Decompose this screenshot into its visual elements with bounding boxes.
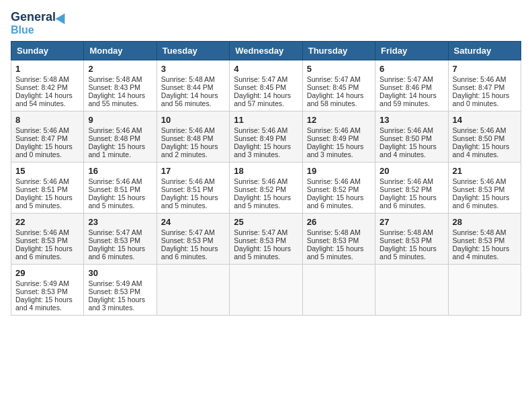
day-number: 22: [15, 217, 79, 227]
day-number: 26: [307, 217, 371, 227]
calendar-cell: 6Sunrise: 5:47 AMSunset: 8:46 PMDaylight…: [375, 60, 448, 111]
day-info: Sunrise: 5:46 AMSunset: 8:52 PMDaylight:…: [307, 177, 364, 210]
day-number: 9: [88, 115, 152, 125]
day-number: 18: [234, 166, 298, 176]
calendar-cell: 16Sunrise: 5:46 AMSunset: 8:51 PMDayligh…: [84, 163, 157, 214]
calendar-cell: 13Sunrise: 5:46 AMSunset: 8:50 PMDayligh…: [375, 111, 448, 163]
day-info: Sunrise: 5:46 AMSunset: 8:48 PMDaylight:…: [88, 126, 145, 158]
calendar-cell: [448, 265, 521, 316]
day-info: Sunrise: 5:48 AMSunset: 8:53 PMDaylight:…: [307, 228, 364, 261]
calendar-week-1: 1Sunrise: 5:48 AMSunset: 8:42 PMDaylight…: [11, 60, 521, 111]
day-info: Sunrise: 5:46 AMSunset: 8:51 PMDaylight:…: [161, 177, 218, 210]
day-info: Sunrise: 5:49 AMSunset: 8:53 PMDaylight:…: [88, 279, 145, 312]
day-number: 6: [380, 64, 443, 74]
calendar-week-2: 8Sunrise: 5:46 AMSunset: 8:47 PMDaylight…: [11, 111, 521, 163]
calendar-week-5: 29Sunrise: 5:49 AMSunset: 8:53 PMDayligh…: [11, 265, 521, 316]
day-number: 16: [88, 166, 152, 176]
day-number: 4: [234, 64, 298, 74]
day-number: 3: [161, 64, 225, 74]
calendar-cell: 28Sunrise: 5:48 AMSunset: 8:53 PMDayligh…: [448, 214, 521, 265]
day-info: Sunrise: 5:47 AMSunset: 8:45 PMDaylight:…: [307, 75, 364, 107]
day-header-friday: Friday: [375, 42, 448, 60]
day-header-tuesday: Tuesday: [157, 42, 229, 60]
calendar-cell: [157, 265, 229, 316]
day-info: Sunrise: 5:46 AMSunset: 8:50 PMDaylight:…: [453, 126, 510, 158]
calendar-cell: 2Sunrise: 5:48 AMSunset: 8:43 PMDaylight…: [84, 60, 157, 111]
day-number: 14: [453, 115, 517, 125]
day-header-monday: Monday: [84, 42, 157, 60]
day-info: Sunrise: 5:46 AMSunset: 8:47 PMDaylight:…: [15, 126, 73, 158]
day-number: 28: [453, 217, 517, 227]
day-info: Sunrise: 5:48 AMSunset: 8:44 PMDaylight:…: [161, 75, 218, 107]
day-number: 23: [88, 217, 152, 227]
day-number: 2: [88, 64, 152, 74]
calendar-cell: 30Sunrise: 5:49 AMSunset: 8:53 PMDayligh…: [84, 265, 157, 316]
day-number: 15: [15, 166, 79, 176]
calendar-cell: 4Sunrise: 5:47 AMSunset: 8:45 PMDaylight…: [230, 60, 302, 111]
day-header-sunday: Sunday: [11, 42, 84, 60]
calendar-cell: 22Sunrise: 5:46 AMSunset: 8:53 PMDayligh…: [11, 214, 84, 265]
day-header-wednesday: Wednesday: [230, 42, 302, 60]
calendar-cell: 11Sunrise: 5:46 AMSunset: 8:49 PMDayligh…: [230, 111, 302, 163]
day-header-saturday: Saturday: [448, 42, 521, 60]
day-number: 29: [15, 268, 79, 278]
day-info: Sunrise: 5:46 AMSunset: 8:52 PMDaylight:…: [380, 177, 437, 210]
calendar-cell: 23Sunrise: 5:47 AMSunset: 8:53 PMDayligh…: [84, 214, 157, 265]
logo-icon: [56, 11, 70, 24]
logo-text-general: General: [11, 11, 56, 24]
calendar-cell: 18Sunrise: 5:46 AMSunset: 8:52 PMDayligh…: [230, 163, 302, 214]
calendar-cell: [375, 265, 448, 316]
logo-text-blue: Blue: [11, 24, 34, 36]
day-number: 24: [161, 217, 225, 227]
day-header-thursday: Thursday: [302, 42, 375, 60]
day-info: Sunrise: 5:48 AMSunset: 8:53 PMDaylight:…: [380, 228, 437, 261]
page-header: General Blue: [11, 11, 521, 36]
day-info: Sunrise: 5:47 AMSunset: 8:53 PMDaylight:…: [161, 228, 218, 261]
day-info: Sunrise: 5:46 AMSunset: 8:49 PMDaylight:…: [307, 126, 364, 158]
day-number: 27: [380, 217, 443, 227]
day-number: 13: [380, 115, 443, 125]
calendar-body: 1Sunrise: 5:48 AMSunset: 8:42 PMDaylight…: [11, 60, 521, 316]
day-number: 20: [380, 166, 443, 176]
calendar-cell: 27Sunrise: 5:48 AMSunset: 8:53 PMDayligh…: [375, 214, 448, 265]
calendar-cell: 9Sunrise: 5:46 AMSunset: 8:48 PMDaylight…: [84, 111, 157, 163]
calendar-cell: 14Sunrise: 5:46 AMSunset: 8:50 PMDayligh…: [448, 111, 521, 163]
calendar-cell: [230, 265, 302, 316]
calendar-cell: 21Sunrise: 5:46 AMSunset: 8:53 PMDayligh…: [448, 163, 521, 214]
calendar-cell: 17Sunrise: 5:46 AMSunset: 8:51 PMDayligh…: [157, 163, 229, 214]
day-number: 25: [234, 217, 298, 227]
day-number: 19: [307, 166, 371, 176]
calendar-cell: 1Sunrise: 5:48 AMSunset: 8:42 PMDaylight…: [11, 60, 84, 111]
calendar-cell: 7Sunrise: 5:46 AMSunset: 8:47 PMDaylight…: [448, 60, 521, 111]
day-info: Sunrise: 5:48 AMSunset: 8:43 PMDaylight:…: [88, 75, 145, 107]
calendar-cell: 29Sunrise: 5:49 AMSunset: 8:53 PMDayligh…: [11, 265, 84, 316]
day-number: 5: [307, 64, 371, 74]
calendar-cell: 15Sunrise: 5:46 AMSunset: 8:51 PMDayligh…: [11, 163, 84, 214]
calendar-week-4: 22Sunrise: 5:46 AMSunset: 8:53 PMDayligh…: [11, 214, 521, 265]
day-info: Sunrise: 5:46 AMSunset: 8:53 PMDaylight:…: [15, 228, 73, 261]
day-number: 11: [234, 115, 298, 125]
day-number: 1: [15, 64, 79, 74]
day-number: 10: [161, 115, 225, 125]
calendar-cell: 10Sunrise: 5:46 AMSunset: 8:48 PMDayligh…: [157, 111, 229, 163]
day-number: 17: [161, 166, 225, 176]
day-info: Sunrise: 5:46 AMSunset: 8:49 PMDaylight:…: [234, 126, 291, 158]
logo: General Blue: [11, 11, 68, 36]
calendar-cell: 25Sunrise: 5:47 AMSunset: 8:53 PMDayligh…: [230, 214, 302, 265]
calendar-cell: 26Sunrise: 5:48 AMSunset: 8:53 PMDayligh…: [302, 214, 375, 265]
day-info: Sunrise: 5:47 AMSunset: 8:46 PMDaylight:…: [380, 75, 437, 107]
day-info: Sunrise: 5:46 AMSunset: 8:47 PMDaylight:…: [453, 75, 510, 107]
calendar-cell: [302, 265, 375, 316]
day-info: Sunrise: 5:46 AMSunset: 8:48 PMDaylight:…: [161, 126, 218, 158]
day-info: Sunrise: 5:46 AMSunset: 8:51 PMDaylight:…: [88, 177, 145, 210]
day-info: Sunrise: 5:46 AMSunset: 8:50 PMDaylight:…: [380, 126, 437, 158]
day-info: Sunrise: 5:48 AMSunset: 8:42 PMDaylight:…: [15, 75, 73, 107]
calendar-cell: 24Sunrise: 5:47 AMSunset: 8:53 PMDayligh…: [157, 214, 229, 265]
day-info: Sunrise: 5:47 AMSunset: 8:53 PMDaylight:…: [88, 228, 145, 261]
calendar-cell: 3Sunrise: 5:48 AMSunset: 8:44 PMDaylight…: [157, 60, 229, 111]
day-info: Sunrise: 5:48 AMSunset: 8:53 PMDaylight:…: [453, 228, 510, 261]
calendar-week-3: 15Sunrise: 5:46 AMSunset: 8:51 PMDayligh…: [11, 163, 521, 214]
calendar-header-row: SundayMondayTuesdayWednesdayThursdayFrid…: [11, 42, 521, 60]
day-number: 7: [453, 64, 517, 74]
calendar-cell: 19Sunrise: 5:46 AMSunset: 8:52 PMDayligh…: [302, 163, 375, 214]
